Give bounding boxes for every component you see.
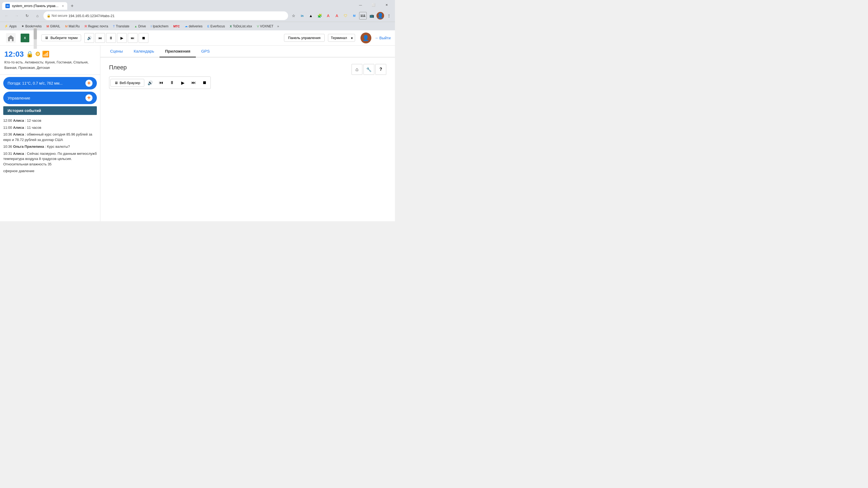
tab-bar: m system_errors (Панель управле... × + [2, 0, 353, 10]
tab-close-button[interactable]: × [62, 4, 64, 8]
lock-icon: 🔒 [26, 51, 33, 58]
ext-icon3[interactable]: 111 [359, 12, 367, 20]
bookmark-apps[interactable]: ⚡ Apps [2, 24, 19, 29]
window-controls: — ⬜ ✕ [354, 1, 393, 9]
event-actor-3: Алиса [13, 132, 24, 136]
bookmark-translate[interactable]: T Translate [111, 24, 131, 29]
player-next-button[interactable]: ⏭ [189, 78, 198, 88]
event-time-4: 10:36 [3, 144, 13, 149]
bookmark-gmail[interactable]: M GMAIL [44, 24, 62, 29]
header-pause-button[interactable]: ⏸ [106, 33, 116, 43]
tab-calendar[interactable]: Календарь [128, 45, 160, 58]
event-item-1: 12:00 Алиса : 12 часов [3, 117, 97, 124]
panel-control-button[interactable]: Панель управления [284, 34, 324, 42]
app-header: X 🖥 Выберите терми 🔊 ⏮ ⏸ ▶ ⏭ ⏹ Панель уп… [0, 30, 395, 45]
maximize-button[interactable]: ⬜ [367, 1, 380, 9]
bookmark-yandex[interactable]: Я Яндекс почта [83, 24, 111, 29]
bookmark-deliveries[interactable]: ☁ deliveries [183, 24, 205, 29]
weather-button[interactable]: Погода: 11°C, 0.7 м/с, 762 мм... + [3, 77, 97, 90]
header-play-button[interactable]: ▶ [117, 33, 127, 43]
tab-content-applications: Плеер 🖥 Веб-браузер 🔊 ⏮ ⏸ ▶ [100, 58, 395, 221]
player-stop-button[interactable]: ⏹ [199, 78, 209, 88]
logout-button[interactable]: → Выйти [375, 36, 391, 40]
events-list: 12:00 Алиса : 12 часов 11:00 Алиса : 11 … [0, 116, 100, 176]
header-next-button[interactable]: ⏭ [128, 33, 137, 43]
bookmark-drive[interactable]: ▲ Drive [132, 24, 148, 29]
back-button[interactable]: ← [2, 11, 11, 20]
control-button[interactable]: Управление + [3, 92, 97, 104]
bookmark-mts[interactable]: МТС [171, 24, 182, 29]
close-button[interactable]: ✕ [380, 1, 393, 9]
player-left: Плеер 🖥 Веб-браузер 🔊 ⏮ ⏸ ▶ [109, 64, 211, 89]
excel-icon-button[interactable]: X [21, 34, 29, 42]
bookmark-todolist[interactable]: X ToDoList.xlsx [227, 24, 254, 29]
player-home-button[interactable]: ⌂ [351, 64, 362, 75]
time-value: 12:03 [4, 50, 24, 59]
reload-button[interactable]: ↻ [23, 11, 31, 20]
mts-icon: МТС [173, 25, 180, 28]
event-actor-4: Ольга Прилепина [13, 144, 44, 149]
new-tab-button[interactable]: + [68, 2, 76, 10]
events-header: История событий [3, 106, 97, 115]
sidebar-scrollbar[interactable] [34, 27, 37, 49]
player-help-button[interactable]: ? [375, 64, 386, 75]
tab-title: system_errors (Панель управле... [12, 4, 60, 8]
control-label: Управление [8, 96, 30, 100]
event-actor-5: Алиса [13, 152, 24, 156]
more-options-icon[interactable]: ⋮ [385, 12, 393, 20]
event-time-5: 10:31 [3, 152, 13, 156]
event-text-6: сферное давление [3, 169, 34, 173]
player-settings-button[interactable]: 🔧 [364, 64, 374, 75]
acrobat2-icon[interactable]: A [333, 12, 341, 20]
tab-scenes[interactable]: Сцены [105, 45, 128, 58]
minimize-button[interactable]: — [354, 1, 367, 9]
bookmark-everfocus[interactable]: E Everfocus [205, 24, 227, 29]
forward-button[interactable]: → [12, 11, 21, 20]
malwarebytes-icon[interactable]: M [350, 12, 358, 20]
content-area: Сцены Календарь Приложения GPS Плеер 🖥 В… [100, 45, 395, 221]
cast-icon[interactable]: 📺 [368, 12, 375, 20]
player-volume-button[interactable]: 🔊 [145, 78, 155, 88]
player-select-button[interactable]: 🖥 Выберите терми [41, 34, 81, 41]
terminal-select-wrapper: Терминал [328, 34, 355, 42]
address-bar: ← → ↻ ⌂ 🔒 Not secure 194.165.0.45:12347/… [0, 10, 395, 22]
url-display: 194.165.0.45:12347/#tabs-21 [68, 14, 115, 18]
tab-gps[interactable]: GPS [196, 45, 215, 58]
bookmarks-more-button[interactable]: » [277, 24, 279, 28]
active-tab[interactable]: m system_errors (Панель управле... × [2, 2, 67, 10]
bookmark-star-icon[interactable]: ☆ [290, 12, 297, 20]
drive-icon[interactable]: ▲ [307, 12, 315, 20]
player-section: Плеер 🖥 Веб-браузер 🔊 ⏮ ⏸ ▶ [109, 64, 386, 89]
linkedin-icon[interactable]: in [299, 12, 306, 20]
event-text-2: : 11 часов [25, 126, 41, 130]
norton-icon[interactable]: 🛡 [342, 12, 349, 20]
header-stop-button[interactable]: ⏹ [138, 33, 148, 43]
bookmark-voxnet[interactable]: V VOXNET [255, 24, 276, 29]
terminal-select[interactable]: Терминал [328, 34, 355, 42]
home-button[interactable]: ⌂ [33, 11, 42, 20]
browser-titlebar: m system_errors (Панель управле... × + —… [0, 0, 395, 10]
player-volume-icon: 🔊 [148, 80, 153, 86]
translate-icon: T [113, 25, 115, 28]
player-pause-button[interactable]: ⏸ [167, 78, 177, 88]
acrobat-icon[interactable]: A [324, 12, 332, 20]
player-play-button[interactable]: ▶ [178, 78, 188, 88]
extension-icon1[interactable]: 🧩 [316, 12, 323, 20]
player-source-button[interactable]: 🖥 Веб-браузер [111, 79, 144, 87]
app-home-button[interactable] [4, 31, 18, 44]
header-volume-button[interactable]: 🔊 [84, 33, 94, 43]
event-text-4: : Курс валюты? [45, 144, 70, 149]
volume-icon: 🔊 [87, 36, 92, 40]
bookmark-ipackchem[interactable]: I Ipackchem [149, 24, 170, 29]
bookmarks-bar: ⚡ Apps ★ Bookmarks M GMAIL M Mail.Ru Я Я… [0, 22, 395, 30]
bookmark-mailru[interactable]: M Mail.Ru [63, 24, 82, 29]
toolbar-icons: ☆ in ▲ 🧩 A A 🛡 M 111 📺 👤 ⋮ [290, 12, 393, 20]
player-prev-button[interactable]: ⏮ [156, 78, 166, 88]
player-action-buttons: ⌂ 🔧 ? [351, 64, 386, 75]
event-time-1: 12:00 [3, 119, 13, 123]
address-input[interactable]: 🔒 Not secure 194.165.0.45:12347/#tabs-21 [43, 11, 288, 20]
bookmark-bookmarks[interactable]: ★ Bookmarks [19, 24, 44, 29]
header-prev-button[interactable]: ⏮ [95, 33, 105, 43]
profile-avatar[interactable]: 👤 [376, 12, 384, 20]
tab-applications[interactable]: Приложения [159, 45, 195, 58]
